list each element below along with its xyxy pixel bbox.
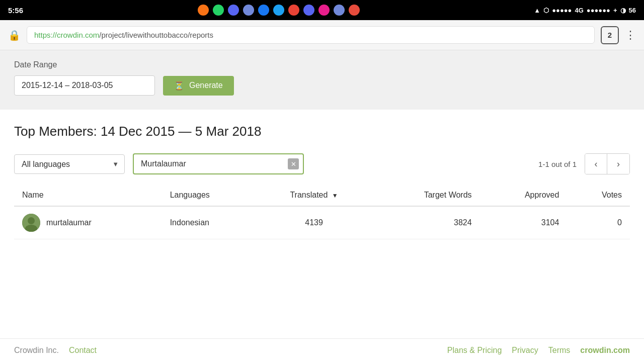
url-bar[interactable]: https://crowdin.com/project/livewithoutt… [27, 26, 595, 44]
member-languages-cell: Indonesian [162, 206, 259, 239]
table-body: murtalaumar Indonesian 4139 3824 3104 0 [14, 206, 630, 239]
main-content: Date Range ⏳ Generate Top Members: 14 De… [0, 50, 644, 239]
url-path: /project/livewithouttobacco/reports [99, 31, 213, 39]
language-filter-wrapper: All languages Indonesian English Spanish… [14, 154, 125, 174]
col-header-languages: Languages [162, 185, 259, 206]
app-icon-5 [258, 5, 269, 16]
app-icons [198, 5, 360, 16]
lock-icon: 🔒 [8, 29, 21, 41]
app-icon-4 [243, 5, 254, 16]
member-target-words-cell: 3824 [369, 206, 479, 239]
url-domain: crowdin.com [57, 31, 99, 39]
generate-button[interactable]: ⏳ Generate [163, 76, 234, 96]
next-page-button[interactable]: › [607, 154, 629, 174]
col-header-approved: Approved [480, 185, 568, 206]
app-icon-10 [334, 5, 345, 16]
app-icon-7 [288, 5, 299, 16]
status-bar: 5:56 ▲ ⬡ ●●●●● 4G ●●●●●● + ◑ 56 [0, 0, 644, 20]
signal-dots: ●●●●● [552, 7, 572, 14]
search-clear-button[interactable]: ✕ [288, 158, 299, 169]
wifi-icon: ▲ [534, 7, 540, 14]
section-title: Top Members: 14 Dec 2015 — 5 Mar 2018 [14, 124, 630, 139]
bluetooth-icon: ⬡ [543, 7, 549, 14]
members-table: Name Languages Translated ▼ Target Words… [14, 185, 630, 239]
col-header-name: Name [14, 185, 162, 206]
pagination-info: 1-1 out of 1 [538, 160, 577, 168]
member-cell: murtalaumar [22, 214, 154, 232]
app-icon-3 [228, 5, 239, 16]
footer-right: Plans & Pricing Privacy Terms crowdin.co… [447, 346, 630, 355]
col-header-target-words: Target Words [369, 185, 479, 206]
battery-charging: ◑ [620, 7, 626, 14]
member-translated-cell: 4139 [259, 206, 369, 239]
prev-page-button[interactable]: ‹ [585, 154, 607, 174]
footer-company: Crowdin Inc. [14, 346, 59, 355]
footer: Crowdin Inc. Contact Plans & Pricing Pri… [0, 338, 644, 362]
footer-contact-link[interactable]: Contact [69, 346, 97, 355]
network-type: 4G [575, 7, 583, 14]
date-range-section: Date Range ⏳ Generate [0, 50, 644, 110]
search-input[interactable] [133, 153, 304, 174]
table-header-row: Name Languages Translated ▼ Target Words… [14, 185, 630, 206]
browser-bar: 🔒 https://crowdin.com/project/livewithou… [0, 20, 644, 50]
member-name: murtalaumar [46, 218, 92, 227]
battery-level: 56 [629, 7, 636, 14]
filter-row: All languages Indonesian English Spanish… [14, 153, 630, 174]
tab-count[interactable]: 2 [601, 26, 619, 44]
table-row: murtalaumar Indonesian 4139 3824 3104 0 [14, 206, 630, 239]
member-approved-cell: 3104 [480, 206, 568, 239]
footer-left: Crowdin Inc. Contact [14, 346, 97, 355]
footer-privacy-link[interactable]: Privacy [512, 346, 538, 355]
app-icon-6 [273, 5, 284, 16]
date-range-input[interactable] [14, 75, 155, 96]
app-icon-8 [303, 5, 314, 16]
member-name-cell: murtalaumar [14, 206, 162, 239]
time-display: 5:56 [8, 6, 23, 15]
avatar-svg [22, 214, 40, 232]
url-https: https:// [34, 31, 57, 39]
sort-arrow-translated: ▼ [332, 192, 338, 199]
language-select[interactable]: All languages Indonesian English Spanish… [14, 154, 125, 174]
pagination-buttons: ‹ › [585, 153, 630, 174]
member-votes-cell: 0 [567, 206, 630, 239]
plus-icon: + [613, 7, 617, 14]
app-icon-11 [349, 5, 360, 16]
status-indicators: ▲ ⬡ ●●●●● 4G ●●●●●● + ◑ 56 [534, 7, 636, 14]
avatar [22, 214, 40, 232]
search-wrapper: ✕ [133, 153, 304, 174]
col-header-votes: Votes [567, 185, 630, 206]
footer-terms-link[interactable]: Terms [548, 346, 571, 355]
app-icon-9 [318, 5, 330, 16]
app-icon-1 [198, 5, 209, 16]
app-icon-2 [213, 5, 224, 16]
footer-pricing-link[interactable]: Plans & Pricing [447, 346, 502, 355]
browser-menu-button[interactable]: ⋮ [625, 29, 636, 42]
date-range-label: Date Range [14, 60, 630, 69]
generate-label: Generate [189, 81, 223, 90]
avatar-image [22, 214, 40, 232]
hourglass-icon: ⏳ [174, 81, 184, 90]
table-header: Name Languages Translated ▼ Target Words… [14, 185, 630, 206]
signal-bars: ●●●●●● [587, 7, 610, 14]
col-header-translated[interactable]: Translated ▼ [259, 185, 369, 206]
svg-point-1 [28, 217, 35, 224]
footer-brand: crowdin.com [580, 346, 630, 355]
date-range-row: ⏳ Generate [14, 75, 630, 96]
top-members-section: Top Members: 14 Dec 2015 — 5 Mar 2018 Al… [0, 110, 644, 239]
